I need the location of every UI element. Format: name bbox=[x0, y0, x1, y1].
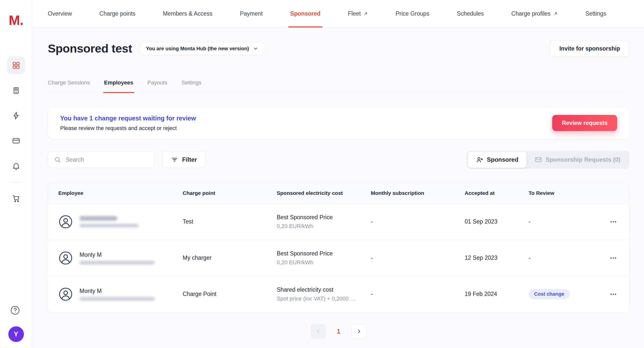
filter-icon bbox=[171, 156, 178, 163]
version-dropdown[interactable]: You are using Monta Hub (the new version… bbox=[139, 42, 265, 55]
sidebar: M. Y bbox=[0, 0, 32, 348]
segment-sponsorship-requests[interactable]: Sponsorship Requests (0) bbox=[527, 152, 628, 168]
tab-settings[interactable]: Settings bbox=[181, 79, 202, 93]
row-more-button[interactable] bbox=[608, 289, 619, 300]
external-link-icon bbox=[363, 11, 368, 16]
banner-subtitle: Please review the requests and accept or… bbox=[60, 125, 196, 132]
bell-icon bbox=[12, 162, 20, 170]
column-header-employee: Employee bbox=[58, 190, 183, 196]
redacted-employee-email bbox=[79, 297, 155, 301]
to-review-cell: - bbox=[529, 254, 591, 261]
cost-title: Best Sponsored Price bbox=[277, 250, 371, 257]
segment-sponsored[interactable]: Sponsored bbox=[468, 152, 526, 168]
accepted-at-cell: 19 Feb 2024 bbox=[465, 291, 529, 297]
redacted-employee-name bbox=[79, 216, 117, 221]
chevron-left-icon bbox=[315, 328, 321, 334]
sidebar-item-notifications[interactable] bbox=[7, 157, 25, 175]
top-navigation: Overview Charge points Members & Access … bbox=[32, 0, 644, 28]
sidebar-item-charging[interactable] bbox=[7, 107, 25, 125]
employee-name: Monty M bbox=[79, 251, 155, 258]
column-header-monthly-subscription: Monthly subscription bbox=[371, 190, 465, 196]
nav-item-settings[interactable]: Settings bbox=[585, 0, 606, 27]
cost-detail: 0,20 EUR/kWh bbox=[277, 223, 371, 230]
sidebar-item-dashboard[interactable] bbox=[7, 56, 25, 74]
help-button[interactable] bbox=[10, 304, 22, 316]
previous-page-button[interactable] bbox=[311, 324, 326, 339]
ellipsis-icon bbox=[610, 290, 617, 298]
employee-name: Monty M bbox=[79, 288, 155, 294]
column-header-accepted-at: Accepted at bbox=[465, 190, 529, 196]
monthly-subscription-cell: - bbox=[371, 254, 465, 261]
change-request-banner: You have 1 change request waiting for re… bbox=[48, 107, 629, 139]
grid-icon bbox=[12, 61, 20, 70]
table-row[interactable]: Monty M Charge Point Shared electricity … bbox=[48, 276, 629, 312]
monthly-subscription-cell: - bbox=[371, 291, 465, 297]
table-row[interactable]: Test Best Sponsored Price 0,20 EUR/kWh -… bbox=[48, 203, 629, 240]
person-plus-icon bbox=[476, 156, 483, 163]
column-header-charge-point: Charge point bbox=[183, 190, 277, 196]
tab-employees[interactable]: Employees bbox=[104, 79, 133, 93]
sidebar-divider bbox=[11, 183, 22, 183]
nav-item-charge-points[interactable]: Charge points bbox=[99, 0, 135, 27]
table-row[interactable]: Monty M My charger Best Sponsored Price … bbox=[48, 240, 629, 276]
view-segmented-control: Sponsored Sponsorship Requests (0) bbox=[467, 151, 629, 169]
charge-point-cell: Charge Point bbox=[183, 291, 277, 297]
lightning-bolt-icon bbox=[12, 111, 20, 120]
credit-card-icon bbox=[12, 137, 20, 145]
row-more-button[interactable] bbox=[608, 252, 619, 264]
employees-table: Employee Charge point Sponsored electric… bbox=[48, 183, 629, 312]
table-header-row: Employee Charge point Sponsored electric… bbox=[48, 183, 629, 203]
charge-point-icon bbox=[12, 86, 20, 95]
charge-point-cell: Test bbox=[183, 218, 277, 225]
search-box[interactable] bbox=[48, 151, 155, 168]
envelope-icon bbox=[535, 156, 542, 163]
banner-title: You have 1 change request waiting for re… bbox=[60, 115, 196, 122]
search-input[interactable] bbox=[66, 156, 148, 163]
nav-item-charge-profiles[interactable]: Charge profiles bbox=[511, 0, 558, 27]
nav-item-payment[interactable]: Payment bbox=[240, 0, 263, 27]
cost-title: Shared electricity cost bbox=[277, 286, 371, 293]
cart-icon bbox=[12, 194, 20, 203]
to-review-cell: - bbox=[529, 218, 591, 225]
ellipsis-icon bbox=[610, 218, 617, 226]
cost-detail: 0,20 EUR/kWh bbox=[277, 259, 371, 266]
nav-item-members-access[interactable]: Members & Access bbox=[163, 0, 213, 27]
column-header-to-review: To Review bbox=[529, 190, 591, 196]
accepted-at-cell: 01 Sep 2023 bbox=[465, 218, 529, 225]
nav-item-fleet[interactable]: Fleet bbox=[348, 0, 368, 27]
app-window: M. Y bbox=[0, 0, 644, 348]
pagination: 1 bbox=[48, 324, 629, 339]
invite-for-sponsorship-button[interactable]: Invite for sponsorship bbox=[550, 40, 629, 57]
page-title: Sponsored test bbox=[48, 41, 132, 56]
monthly-subscription-cell: - bbox=[371, 218, 465, 225]
cost-title: Best Sponsored Price bbox=[277, 214, 371, 221]
current-page-number[interactable]: 1 bbox=[337, 328, 340, 335]
ellipsis-icon bbox=[610, 254, 617, 262]
column-header-sponsored-cost: Sponsored electricity cost bbox=[277, 190, 371, 196]
review-requests-button[interactable]: Review requests bbox=[552, 115, 617, 131]
sidebar-item-billing[interactable] bbox=[7, 132, 25, 150]
sidebar-item-charge-points[interactable] bbox=[7, 81, 25, 100]
person-circle-icon bbox=[58, 251, 73, 265]
monta-logo[interactable]: M. bbox=[9, 13, 23, 27]
next-page-button[interactable] bbox=[351, 324, 367, 339]
row-more-button[interactable] bbox=[608, 216, 619, 227]
nav-item-price-groups[interactable]: Price Groups bbox=[395, 0, 429, 27]
tab-bar: Charge Sessions Employees Payouts Settin… bbox=[48, 79, 629, 93]
nav-item-overview[interactable]: Overview bbox=[48, 0, 72, 27]
external-link-icon bbox=[553, 11, 558, 16]
user-avatar[interactable]: Y bbox=[8, 326, 24, 342]
search-icon bbox=[54, 156, 61, 163]
help-icon bbox=[10, 305, 22, 315]
nav-item-schedules[interactable]: Schedules bbox=[457, 0, 484, 27]
nav-item-sponsored[interactable]: Sponsored bbox=[290, 0, 320, 27]
redacted-employee-email bbox=[79, 261, 155, 265]
person-circle-icon bbox=[58, 287, 73, 301]
tab-payouts[interactable]: Payouts bbox=[147, 79, 168, 93]
cost-detail: Spot price (inc VAT) + 0,2000 … bbox=[277, 295, 371, 302]
person-circle-icon bbox=[58, 214, 73, 229]
filter-button[interactable]: Filter bbox=[162, 151, 206, 168]
cost-change-badge: Cost change bbox=[529, 289, 570, 299]
tab-charge-sessions[interactable]: Charge Sessions bbox=[48, 79, 90, 93]
sidebar-item-shop[interactable] bbox=[7, 189, 25, 207]
